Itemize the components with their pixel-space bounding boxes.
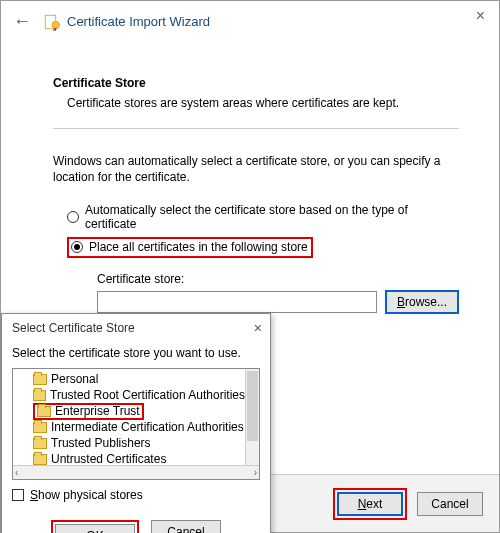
radio-icon: [67, 211, 79, 223]
store-input-row: Browse...: [97, 290, 459, 314]
dialog-cancel-button[interactable]: Cancel: [151, 520, 221, 533]
close-icon[interactable]: ×: [476, 7, 485, 25]
select-store-dialog: Select Certificate Store × Select the ce…: [1, 313, 271, 533]
section-heading: Certificate Store: [53, 76, 459, 90]
certificate-icon: [43, 13, 61, 31]
horizontal-scrollbar[interactable]: ‹›: [13, 465, 259, 479]
content-area: Certificate Store Certificate stores are…: [1, 38, 499, 314]
checkbox-icon: [12, 489, 24, 501]
certificate-store-label: Certificate store:: [97, 272, 459, 286]
tree-item-enterprise-trust[interactable]: Enterprise Trust: [15, 403, 245, 419]
folder-icon: [33, 422, 47, 433]
vertical-scrollbar[interactable]: [245, 369, 259, 465]
tree-item-trusted-root[interactable]: Trusted Root Certification Authorities: [15, 387, 245, 403]
cancel-button[interactable]: Cancel: [417, 492, 483, 516]
tree-inner: Personal Trusted Root Certification Auth…: [15, 371, 245, 467]
certificate-store-input[interactable]: [97, 291, 377, 313]
tree-item-label: Intermediate Certification Authorities: [51, 420, 244, 434]
highlight-enterprise-trust: Enterprise Trust: [33, 403, 144, 420]
folder-icon: [33, 438, 47, 449]
highlight-ok-button: OK: [51, 520, 139, 533]
show-physical-label: Show physical stores: [30, 488, 143, 502]
scrollbar-thumb[interactable]: [247, 371, 258, 441]
radio-auto-select[interactable]: Automatically select the certificate sto…: [67, 203, 459, 231]
dialog-body: Select the certificate store you want to…: [2, 342, 270, 510]
close-icon[interactable]: ×: [254, 320, 262, 336]
tree-item-label: Enterprise Trust: [55, 404, 140, 418]
back-arrow-icon[interactable]: ←: [13, 11, 31, 32]
dialog-title: Select Certificate Store: [12, 321, 135, 335]
next-button[interactable]: Next: [337, 492, 403, 516]
dialog-instruction: Select the certificate store you want to…: [12, 346, 260, 360]
folder-icon: [33, 374, 47, 385]
folder-icon: [33, 454, 47, 465]
tree-item-label: Trusted Publishers: [51, 436, 151, 450]
wizard-window: × ← Certificate Import Wizard Certificat…: [0, 0, 500, 533]
divider: [53, 128, 459, 129]
highlight-place-radio: Place all certificates in the following …: [67, 237, 313, 258]
folder-icon: [37, 406, 51, 417]
tree-item-label: Personal: [51, 372, 98, 386]
section-description: Certificate stores are system areas wher…: [53, 96, 459, 110]
svg-point-1: [52, 21, 60, 29]
cancel-label: Cancel: [167, 525, 204, 533]
window-title: Certificate Import Wizard: [67, 14, 210, 29]
tree-item-label: Untrusted Certificates: [51, 452, 166, 466]
ok-button[interactable]: OK: [55, 524, 135, 533]
cancel-label: Cancel: [431, 497, 468, 511]
tree-item-trusted-publishers[interactable]: Trusted Publishers: [15, 435, 245, 451]
ok-label: OK: [86, 529, 103, 533]
radio-icon: [71, 241, 83, 253]
radio-place-all[interactable]: Place all certificates in the following …: [67, 237, 459, 258]
browse-label: Browse...: [397, 295, 447, 309]
tree-item-personal[interactable]: Personal: [15, 371, 245, 387]
tree-item-intermediate[interactable]: Intermediate Certification Authorities: [15, 419, 245, 435]
store-tree[interactable]: Personal Trusted Root Certification Auth…: [12, 368, 260, 480]
browse-button[interactable]: Browse...: [385, 290, 459, 314]
show-physical-checkbox[interactable]: Show physical stores: [12, 488, 260, 502]
next-label: Next: [358, 497, 383, 511]
radio-auto-label: Automatically select the certificate sto…: [85, 203, 459, 231]
scroll-left-icon[interactable]: ‹: [15, 467, 18, 478]
dialog-footer: OK Cancel: [2, 510, 270, 533]
highlight-next-button: Next: [333, 488, 407, 520]
scroll-right-icon[interactable]: ›: [254, 467, 257, 478]
tree-item-label: Trusted Root Certification Authorities: [50, 388, 245, 402]
folder-icon: [33, 390, 46, 401]
radio-place-label: Place all certificates in the following …: [89, 240, 308, 254]
titlebar: ← Certificate Import Wizard: [1, 1, 499, 38]
dialog-titlebar: Select Certificate Store ×: [2, 314, 270, 342]
store-instruction: Windows can automatically select a certi…: [53, 153, 459, 185]
